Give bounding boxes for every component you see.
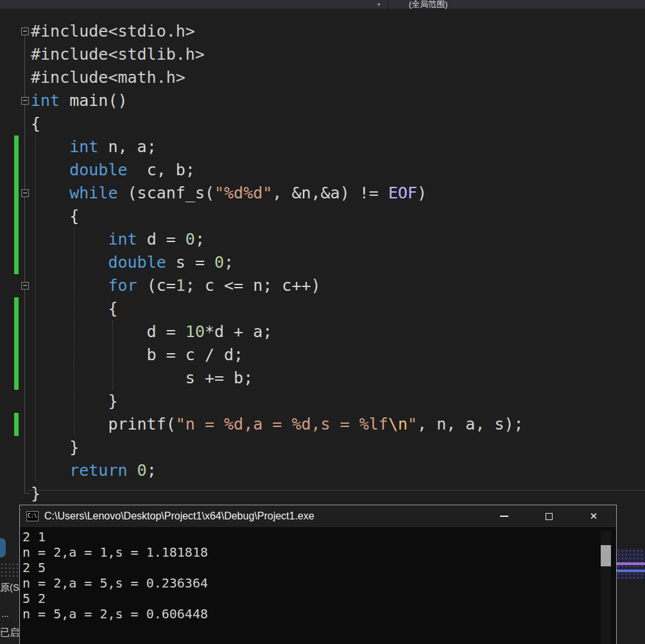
console-output-line: 5 2: [22, 591, 616, 606]
maximize-button[interactable]: [526, 505, 571, 527]
fold-toggle-icon[interactable]: [21, 189, 29, 197]
code-line[interactable]: while (scanf_s("%d%d", &n,&a) != EOF): [31, 182, 427, 205]
code-token: double: [108, 253, 166, 272]
editor-navigation-bar: ▾ (全局范围): [0, 0, 645, 9]
code-token: *d + a;: [205, 322, 272, 341]
code-token: 0: [214, 253, 224, 272]
code-token: 0: [185, 230, 195, 248]
code-line[interactable]: printf("n = %d,a = %d,s = %lf\n", n, a, …: [31, 413, 524, 436]
editor-bottom-border: [28, 490, 645, 491]
code-token: int: [69, 137, 98, 156]
code-token: main(): [60, 91, 127, 110]
code-token: , n, a, s);: [417, 415, 524, 433]
code-token: d =: [137, 230, 185, 248]
fold-toggle-icon[interactable]: [21, 28, 29, 35]
change-indicator-bar: [14, 297, 19, 390]
scrollbar-thumb[interactable]: [601, 545, 611, 566]
close-button[interactable]: ✕: [571, 505, 616, 527]
background-text-fragment: 原(S: [0, 582, 19, 594]
code-line[interactable]: {: [31, 112, 40, 135]
code-token: [31, 253, 108, 272]
console-titlebar[interactable]: C:\ C:\Users\Lenovo\Desktop\Project1\x64…: [20, 505, 616, 527]
code-token: [31, 184, 69, 202]
code-token: int: [31, 91, 60, 110]
fold-toggle-icon[interactable]: [21, 97, 29, 105]
code-token: }: [31, 438, 79, 457]
code-token: 10: [185, 322, 205, 341]
code-line[interactable]: }: [31, 436, 79, 459]
change-indicator-bar: [14, 135, 19, 274]
code-line[interactable]: int d = 0;: [31, 228, 205, 251]
code-token: {: [31, 207, 79, 225]
scope-dropdown[interactable]: (全局范围): [409, 0, 448, 9]
code-token: [31, 161, 69, 179]
code-token: ": [408, 415, 417, 433]
code-token: int: [108, 230, 137, 248]
code-line[interactable]: {: [31, 205, 79, 228]
indent-guide: [74, 228, 74, 436]
code-token: [31, 461, 69, 480]
code-line[interactable]: return 0;: [31, 459, 157, 482]
code-token: (c=: [137, 276, 176, 295]
code-line[interactable]: }: [31, 482, 40, 505]
code-token: #include<math.h>: [31, 68, 185, 87]
code-line[interactable]: int main(): [31, 89, 128, 112]
dropdown-separator: [388, 0, 388, 9]
code-line[interactable]: #include<stdlib.h>: [31, 43, 205, 66]
dock-grip-texture: [0, 562, 18, 579]
console-output-line: n = 2,a = 5,s = 0.236364: [22, 575, 616, 591]
code-token: ;: [195, 230, 205, 248]
outline-guide-end-tick: [24, 493, 30, 494]
close-icon: ✕: [590, 512, 598, 521]
console-output-line: 2 1: [22, 529, 616, 544]
change-indicator-bar: [14, 413, 19, 436]
code-token: [31, 137, 69, 156]
console-scrollbar[interactable]: [601, 531, 611, 644]
code-token: ): [417, 184, 427, 202]
background-text-fragment: 已启: [0, 627, 19, 639]
code-token: [31, 230, 108, 248]
code-token: ;: [147, 461, 157, 480]
background-icon-fragment: [0, 538, 6, 557]
code-token: 1: [176, 276, 185, 295]
console-window: C:\ C:\Users\Lenovo\Desktop\Project1\x64…: [19, 505, 617, 644]
code-token: ;: [224, 253, 234, 272]
code-token: , &n,&a) !=: [272, 184, 388, 202]
code-token: while: [69, 184, 117, 202]
code-line[interactable]: #include<math.h>: [31, 66, 185, 89]
code-token: "%d%d": [214, 184, 272, 202]
console-app-icon[interactable]: C:\: [26, 511, 39, 521]
code-token: ; c <= n; c++): [185, 276, 321, 295]
code-token: b = c / d;: [31, 345, 243, 364]
code-token: #include<stdlib.h>: [31, 45, 205, 64]
code-token: 0: [137, 461, 147, 480]
code-line[interactable]: double c, b;: [31, 159, 195, 182]
indent-guide: [112, 320, 113, 390]
code-token: printf(: [31, 415, 176, 433]
code-token: s =: [166, 253, 214, 272]
background-highlight-line: [617, 562, 645, 565]
console-output-line: n = 2,a = 1,s = 1.181818: [22, 544, 616, 560]
console-output[interactable]: 2 1n = 2,a = 1,s = 1.1818182 5n = 2,a = …: [20, 527, 616, 644]
code-token: EOF: [388, 184, 417, 202]
code-line[interactable]: s += b;: [31, 367, 253, 390]
code-line[interactable]: b = c / d;: [31, 344, 243, 367]
code-token: s += b;: [31, 369, 253, 387]
ide-screen: ▾ (全局范围) #include<stdio.h>#include<stdli…: [0, 0, 645, 644]
code-line[interactable]: double s = 0;: [31, 251, 234, 274]
code-line[interactable]: #include<stdio.h>: [31, 20, 195, 43]
window-controls: ✕: [481, 505, 616, 527]
fold-toggle-icon[interactable]: [21, 282, 29, 290]
code-line[interactable]: int n, a;: [31, 135, 157, 159]
console-output-line: 2 5: [22, 560, 616, 575]
code-token: c, b;: [128, 161, 195, 179]
code-line[interactable]: d = 10*d + a;: [31, 320, 272, 344]
code-token: \n: [388, 415, 408, 433]
code-token: [128, 461, 137, 480]
code-token: return: [69, 461, 127, 480]
chevron-down-icon[interactable]: ▾: [377, 1, 381, 8]
minimize-button[interactable]: [481, 505, 526, 527]
code-token: n, a;: [98, 137, 156, 156]
code-editor[interactable]: #include<stdio.h>#include<stdlib.h>#incl…: [0, 9, 645, 505]
scope-dropdown-label: (全局范围): [409, 0, 448, 9]
